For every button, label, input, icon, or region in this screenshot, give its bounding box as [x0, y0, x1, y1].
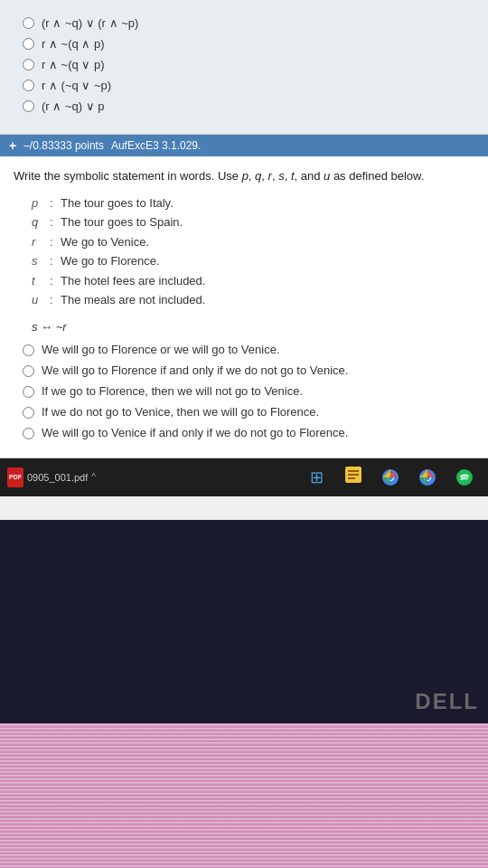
svg-rect-1	[348, 470, 359, 472]
var-def-q: The tour goes to Spain.	[61, 213, 183, 231]
spotify-icon	[455, 467, 474, 487]
quiz-option-1[interactable]: (r ∧ ~q) ∨ (r ∧ ~p)	[23, 16, 474, 30]
option-4-text: r ∧ (~q ∨ ~p)	[42, 79, 111, 92]
points-bar: + –/0.83333 points AufExcE3 3.1.029.	[0, 135, 488, 156]
var-def-t: The hotel fees are included.	[61, 272, 205, 290]
quiz-section: (r ∧ ~q) ∨ (r ∧ ~p) r ∧ ~(q ∧ p) r ∧ ~(q…	[0, 0, 488, 135]
quiz-options: (r ∧ ~q) ∨ (r ∧ ~p) r ∧ ~(q ∧ p) r ∧ ~(q…	[23, 16, 474, 113]
spotify-taskbar-btn[interactable]	[448, 461, 481, 494]
var-def-u: The meals are not included.	[61, 291, 205, 309]
source-text: AufExcE3 3.1.029.	[111, 139, 201, 152]
quiz-option-4[interactable]: r ∧ (~q ∨ ~p)	[23, 79, 474, 92]
answer-2-text: We will go to Florence if and only if we…	[42, 363, 348, 377]
answer-1-text: We will go to Florence or we will go to …	[42, 343, 280, 356]
var-colon-p: :	[50, 194, 61, 212]
static-area	[0, 723, 488, 868]
pdf-chevron: ^	[91, 472, 96, 482]
answer-radio-5[interactable]	[23, 428, 34, 439]
points-text: –/0.83333 points	[23, 139, 104, 152]
windows-icon: ⊞	[310, 467, 324, 487]
var-letter-r: r	[32, 233, 50, 251]
answer-3-text: If we go to Florence, then we will not g…	[42, 384, 303, 398]
var-row-s: s : We go to Florence.	[32, 252, 474, 270]
quiz-option-5[interactable]: (r ∧ ~q) ∨ p	[23, 99, 474, 113]
variable-table: p : The tour goes to Italy. q : The tour…	[32, 194, 474, 309]
answer-radio-3[interactable]	[23, 386, 34, 398]
var-colon-s: :	[50, 252, 61, 270]
pdf-label: 0905_001.pdf	[27, 472, 88, 483]
quiz-option-3[interactable]: r ∧ ~(q ∨ p)	[23, 58, 474, 71]
plus-icon: +	[9, 138, 16, 153]
symbolic-expression: s ↔ ~r	[32, 320, 474, 334]
var-row-u: u : The meals are not included.	[32, 291, 474, 309]
var-letter-q: q	[32, 213, 50, 231]
var-letter-s: s	[32, 252, 50, 270]
option-1-text: (r ∧ ~q) ∨ (r ∧ ~p)	[42, 16, 138, 30]
var-letter-t: t	[32, 272, 50, 290]
var-letter-p: p	[32, 194, 50, 212]
desktop-area: DELL	[0, 520, 488, 868]
answer-choices: We will go to Florence or we will go to …	[23, 343, 474, 439]
var-row-r: r : We go to Venice.	[32, 233, 474, 251]
problem-instructions: Write the symbolic statement in words. U…	[14, 167, 474, 185]
problem-section: Write the symbolic statement in words. U…	[0, 156, 488, 458]
answer-5-text: We will go to Venice if and only if we d…	[42, 426, 348, 439]
pdf-file[interactable]: PDF 0905_001.pdf ^	[7, 467, 96, 487]
chrome-icon-2	[418, 467, 437, 487]
chrome-taskbar-btn-1[interactable]	[374, 461, 407, 494]
var-def-s: We go to Florence.	[61, 252, 160, 270]
radio-2[interactable]	[23, 38, 34, 50]
svg-rect-2	[348, 474, 359, 476]
var-def-p: The tour goes to Italy.	[61, 194, 174, 212]
pdf-icon: PDF	[7, 467, 23, 487]
var-colon-u: :	[50, 291, 61, 309]
quiz-option-2[interactable]: r ∧ ~(q ∧ p)	[23, 37, 474, 51]
var-row-q: q : The tour goes to Spain.	[32, 213, 474, 231]
chrome-icon-1	[380, 467, 400, 487]
answer-option-1[interactable]: We will go to Florence or we will go to …	[23, 343, 474, 356]
files-taskbar-btn[interactable]	[337, 461, 370, 494]
var-letter-u: u	[32, 291, 50, 309]
var-colon-r: :	[50, 233, 61, 251]
desktop-content: DELL	[0, 520, 488, 723]
radio-5[interactable]	[23, 100, 34, 112]
option-2-text: r ∧ ~(q ∧ p)	[42, 37, 105, 51]
svg-rect-3	[348, 477, 355, 479]
answer-option-4[interactable]: If we do not go to Venice, then we will …	[23, 405, 474, 419]
files-icon	[343, 465, 363, 489]
dell-logo: DELL	[415, 689, 479, 714]
answer-radio-1[interactable]	[23, 344, 34, 356]
option-3-text: r ∧ ~(q ∨ p)	[42, 58, 105, 71]
radio-1[interactable]	[23, 17, 34, 29]
answer-radio-2[interactable]	[23, 365, 34, 377]
option-5-text: (r ∧ ~q) ∨ p	[42, 99, 105, 113]
radio-3[interactable]	[23, 59, 34, 71]
answer-option-3[interactable]: If we go to Florence, then we will not g…	[23, 384, 474, 398]
radio-4[interactable]	[23, 80, 34, 91]
chrome-taskbar-btn-2[interactable]	[411, 461, 444, 494]
var-def-r: We go to Venice.	[61, 233, 149, 251]
windows-taskbar-btn[interactable]: ⊞	[300, 461, 333, 494]
var-colon-q: :	[50, 213, 61, 231]
answer-4-text: If we do not go to Venice, then we will …	[42, 405, 319, 419]
answer-radio-4[interactable]	[23, 407, 34, 419]
taskbar: PDF 0905_001.pdf ^ ⊞	[0, 458, 488, 496]
var-row-p: p : The tour goes to Italy.	[32, 194, 474, 212]
answer-option-5[interactable]: We will go to Venice if and only if we d…	[23, 426, 474, 439]
var-row-t: t : The hotel fees are included.	[32, 272, 474, 290]
var-colon-t: :	[50, 272, 61, 290]
answer-option-2[interactable]: We will go to Florence if and only if we…	[23, 363, 474, 377]
